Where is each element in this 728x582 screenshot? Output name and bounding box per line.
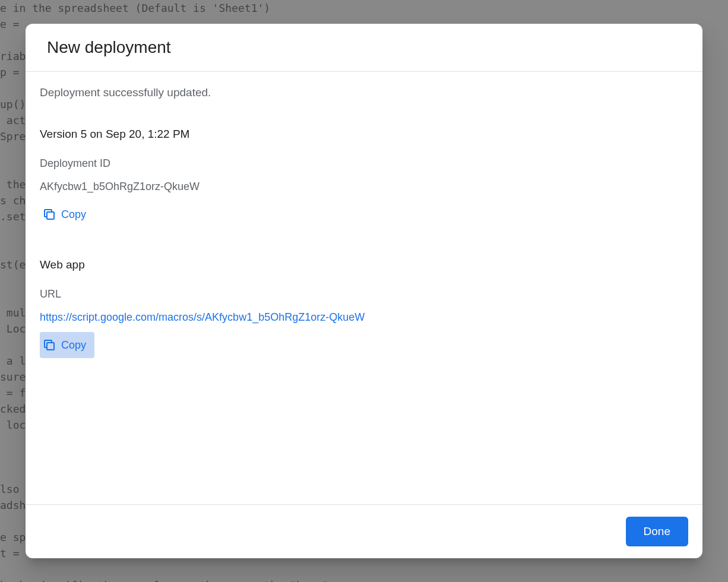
svg-rect-1 <box>47 343 54 350</box>
copy-webapp-url-button[interactable]: Copy <box>40 332 94 358</box>
deployment-id-label: Deployment ID <box>40 157 688 170</box>
done-button[interactable]: Done <box>626 517 688 546</box>
modal-title: New deployment <box>47 38 688 57</box>
copy-icon <box>42 338 56 352</box>
modal-overlay: New deployment Deployment successfully u… <box>0 0 728 582</box>
webapp-url-label: URL <box>40 288 688 301</box>
copy-deployment-id-button[interactable]: Copy <box>40 201 94 227</box>
modal-body: Deployment successfully updated. Version… <box>26 72 702 504</box>
copy-deployment-id-label: Copy <box>61 208 86 221</box>
status-message: Deployment successfully updated. <box>40 86 688 99</box>
deployment-id-value: AKfycbw1_b5OhRgZ1orz-QkueW <box>40 181 688 193</box>
svg-rect-0 <box>47 212 54 219</box>
copy-icon <box>42 207 56 222</box>
webapp-url-link[interactable]: https://script.google.com/macros/s/AKfyc… <box>40 311 688 324</box>
webapp-section: Web app URL https://script.google.com/ma… <box>40 258 688 358</box>
version-heading: Version 5 on Sep 20, 1:22 PM <box>40 128 688 141</box>
webapp-heading: Web app <box>40 258 688 271</box>
modal-footer: Done <box>26 504 702 558</box>
copy-webapp-url-label: Copy <box>61 339 86 352</box>
deployment-modal: New deployment Deployment successfully u… <box>26 24 702 558</box>
modal-header: New deployment <box>26 24 702 72</box>
version-section: Version 5 on Sep 20, 1:22 PM Deployment … <box>40 128 688 227</box>
